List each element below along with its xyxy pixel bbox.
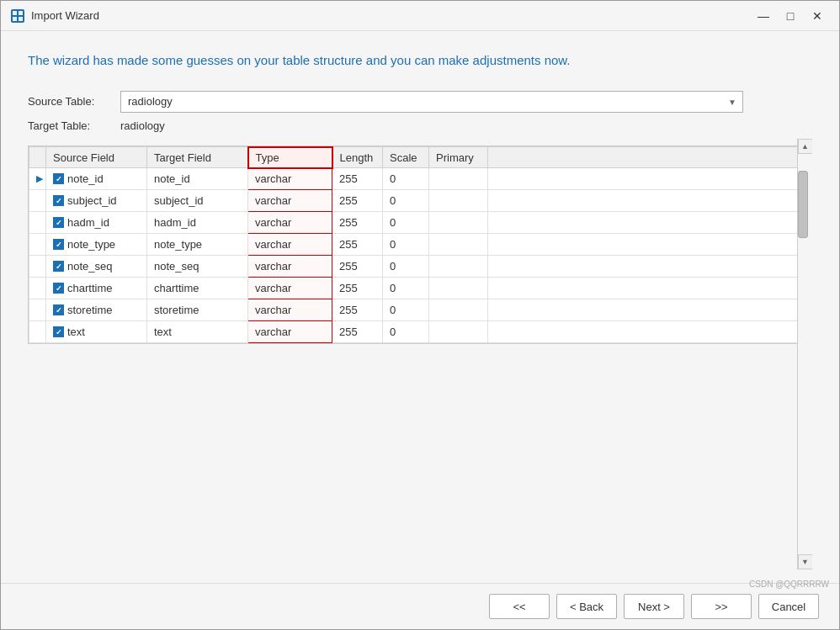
fields-table-wrapper: Source Field Target Field Type Length Sc… xyxy=(28,139,812,570)
scale-field: 0 xyxy=(383,321,429,343)
type-field[interactable]: varchar xyxy=(248,321,332,343)
primary-field xyxy=(429,212,488,234)
row-indicator xyxy=(29,321,46,343)
row-checkbox[interactable]: ✓ xyxy=(53,239,64,250)
fields-table-container[interactable]: Source Field Target Field Type Length Sc… xyxy=(28,146,812,345)
row-checkbox[interactable]: ✓ xyxy=(53,326,64,337)
source-field: ✓storetime xyxy=(46,299,147,321)
row-indicator xyxy=(29,278,46,299)
type-field[interactable]: varchar xyxy=(248,212,332,234)
length-field: 255 xyxy=(332,256,383,278)
col-header-extra xyxy=(488,147,811,168)
type-field[interactable]: varchar xyxy=(248,299,332,321)
table-row[interactable]: ✓subject_idsubject_idvarchar2550 xyxy=(29,190,811,212)
window-title: Import Wizard xyxy=(31,9,99,22)
window-icon xyxy=(11,9,24,23)
target-table-label: Target Table: xyxy=(28,119,120,132)
row-checkbox[interactable]: ✓ xyxy=(53,261,64,272)
svg-rect-0 xyxy=(13,11,17,15)
target-field: note_id xyxy=(147,168,248,190)
length-field: 255 xyxy=(332,278,383,299)
extra-col xyxy=(488,168,811,190)
type-field[interactable]: varchar xyxy=(248,168,332,190)
scale-field: 0 xyxy=(383,234,429,256)
row-indicator xyxy=(29,299,46,321)
maximize-button[interactable]: □ xyxy=(779,7,802,25)
length-field: 255 xyxy=(332,168,383,190)
scrollbar[interactable]: ▲ ▼ xyxy=(797,139,812,570)
type-field[interactable]: varchar xyxy=(248,190,332,212)
scale-field: 0 xyxy=(383,278,429,299)
title-bar-controls: — □ ✕ xyxy=(752,7,829,25)
fields-table: Source Field Target Field Type Length Sc… xyxy=(29,146,811,344)
svg-rect-1 xyxy=(19,11,23,15)
type-field[interactable]: varchar xyxy=(248,234,332,256)
table-row[interactable]: ✓charttimecharttimevarchar2550 xyxy=(29,278,811,299)
source-field-name: hadm_id xyxy=(67,216,109,229)
length-field: 255 xyxy=(332,299,383,321)
primary-field xyxy=(429,190,488,212)
row-checkbox[interactable]: ✓ xyxy=(53,304,64,315)
next-button[interactable]: Next > xyxy=(624,594,684,619)
row-indicator xyxy=(29,190,46,212)
row-checkbox[interactable]: ✓ xyxy=(53,195,64,206)
source-field: ✓note_seq xyxy=(46,256,147,278)
extra-col xyxy=(488,256,811,278)
wizard-description: The wizard has made some guesses on your… xyxy=(28,51,812,71)
target-field: note_type xyxy=(147,234,248,256)
target-field: storetime xyxy=(147,299,248,321)
col-header-type: Type xyxy=(248,147,332,168)
table-header-row: Source Field Target Field Type Length Sc… xyxy=(29,147,811,168)
row-checkbox[interactable]: ✓ xyxy=(53,217,64,228)
close-button[interactable]: ✕ xyxy=(805,7,829,25)
table-row[interactable]: ✓hadm_idhadm_idvarchar2550 xyxy=(29,212,811,234)
type-field[interactable]: varchar xyxy=(248,278,332,299)
primary-field xyxy=(429,256,488,278)
length-field: 255 xyxy=(332,212,383,234)
primary-field xyxy=(429,234,488,256)
scale-field: 0 xyxy=(383,190,429,212)
target-field: charttime xyxy=(147,278,248,299)
last-button[interactable]: >> xyxy=(691,594,752,619)
row-checkbox[interactable]: ✓ xyxy=(53,283,64,294)
import-wizard-window: Import Wizard — □ ✕ The wizard has made … xyxy=(0,0,840,630)
source-field: ✓hadm_id xyxy=(46,212,147,234)
table-row[interactable]: ✓texttextvarchar2550 xyxy=(29,321,811,343)
source-field-name: note_type xyxy=(67,238,115,251)
primary-field xyxy=(429,168,488,190)
table-row[interactable]: ▶✓note_idnote_idvarchar2550 xyxy=(29,168,811,190)
target-field: hadm_id xyxy=(147,212,248,234)
cancel-button[interactable]: Cancel xyxy=(758,594,819,619)
source-field-name: note_id xyxy=(67,172,104,185)
primary-field xyxy=(429,278,488,299)
source-table-label: Source Table: xyxy=(28,95,120,108)
scroll-down-arrow[interactable]: ▼ xyxy=(798,554,813,569)
back-button[interactable]: < Back xyxy=(556,594,617,619)
source-field-name: charttime xyxy=(67,282,112,294)
main-content: The wizard has made some guesses on your… xyxy=(1,31,839,583)
table-row[interactable]: ✓note_typenote_typevarchar2550 xyxy=(29,234,811,256)
minimize-button[interactable]: — xyxy=(752,7,775,25)
source-field: ✓text xyxy=(46,321,147,343)
extra-col xyxy=(488,321,811,343)
type-field[interactable]: varchar xyxy=(248,256,332,278)
extra-col xyxy=(488,299,811,321)
target-field: note_seq xyxy=(147,256,248,278)
first-button[interactable]: << xyxy=(489,594,550,619)
table-row[interactable]: ✓note_seqnote_seqvarchar2550 xyxy=(29,256,811,278)
title-bar: Import Wizard — □ ✕ xyxy=(1,1,839,31)
source-field: ✓subject_id xyxy=(46,190,147,212)
table-row[interactable]: ✓storetimestoretimevarchar2550 xyxy=(29,299,811,321)
source-table-select-wrapper: radiology ▼ xyxy=(120,91,743,113)
svg-rect-2 xyxy=(13,17,17,21)
scale-field: 0 xyxy=(383,168,429,190)
source-field: ✓note_id xyxy=(46,168,147,190)
row-indicator xyxy=(29,234,46,256)
source-table-select[interactable]: radiology xyxy=(120,91,743,113)
scale-field: 0 xyxy=(383,212,429,234)
svg-rect-3 xyxy=(19,17,23,21)
scrollbar-thumb[interactable] xyxy=(798,171,808,238)
row-checkbox[interactable]: ✓ xyxy=(53,173,64,184)
length-field: 255 xyxy=(332,234,383,256)
scroll-up-arrow[interactable]: ▲ xyxy=(798,139,813,154)
